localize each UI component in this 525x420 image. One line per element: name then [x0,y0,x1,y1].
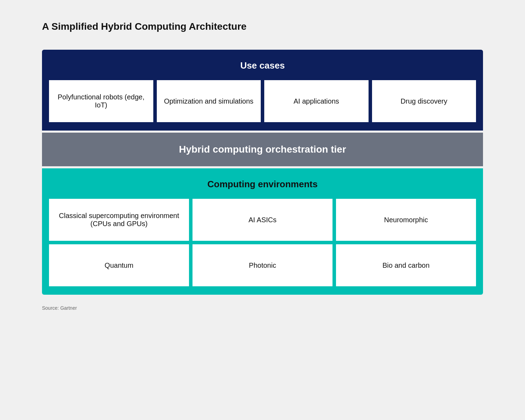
use-cases-grid: Polyfunctional robots (edge, IoT) Optimi… [49,80,476,122]
computing-grid: Classical supercomputing environment (CP… [49,199,476,286]
use-case-card-1: Polyfunctional robots (edge, IoT) [49,80,153,122]
computing-card-4: Quantum [49,244,189,286]
use-case-card-4: Drug discovery [372,80,476,122]
use-case-card-3: AI applications [264,80,369,122]
orchestration-section: Hybrid computing orchestration tier [42,133,483,166]
computing-card-2: AI ASICs [192,199,332,241]
computing-card-5: Photonic [192,244,332,286]
source-label: Source: Gartner [42,305,77,311]
computing-card-6: Bio and carbon [336,244,476,286]
computing-card-3: Neuromorphic [336,199,476,241]
diagram-container: Use cases Polyfunctional robots (edge, I… [42,50,483,295]
use-cases-section: Use cases Polyfunctional robots (edge, I… [42,50,483,131]
computing-card-1: Classical supercomputing environment (CP… [49,199,189,241]
page-title: A Simplified Hybrid Computing Architectu… [42,21,246,32]
use-case-card-2: Optimization and simulations [157,80,261,122]
orchestration-header: Hybrid computing orchestration tier [49,140,476,159]
computing-header: Computing environments [49,175,476,193]
use-cases-header: Use cases [49,57,476,75]
computing-section: Computing environments Classical superco… [42,168,483,295]
